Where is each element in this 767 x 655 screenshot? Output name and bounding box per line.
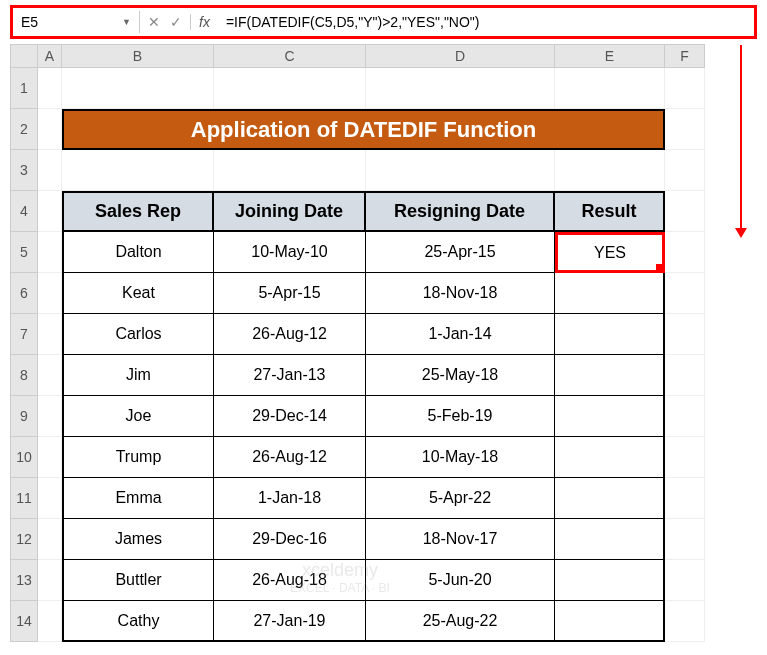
cell[interactable] — [38, 191, 62, 232]
cell[interactable] — [38, 478, 62, 519]
cell[interactable] — [665, 519, 705, 560]
cell-resigning[interactable]: 5-Apr-22 — [366, 478, 555, 519]
fx-icon[interactable]: fx — [191, 14, 218, 30]
cell-resigning[interactable]: 1-Jan-14 — [366, 314, 555, 355]
cell-resigning[interactable]: 10-May-18 — [366, 437, 555, 478]
cell-joining[interactable]: 29-Dec-16 — [214, 519, 366, 560]
cell[interactable] — [665, 478, 705, 519]
cell-joining[interactable]: 26-Aug-18 — [214, 560, 366, 601]
cell[interactable] — [214, 150, 366, 191]
cell-salesrep[interactable]: Keat — [62, 273, 214, 314]
cell[interactable] — [665, 601, 705, 642]
confirm-icon[interactable]: ✓ — [170, 14, 182, 30]
cell[interactable] — [665, 273, 705, 314]
cell[interactable] — [665, 232, 705, 273]
cell-joining[interactable]: 26-Aug-12 — [214, 437, 366, 478]
cell[interactable] — [214, 68, 366, 109]
row-header[interactable]: 3 — [10, 150, 38, 191]
cell[interactable] — [62, 150, 214, 191]
cell-result[interactable] — [555, 601, 665, 642]
row-header[interactable]: 7 — [10, 314, 38, 355]
cell-joining[interactable]: 27-Jan-19 — [214, 601, 366, 642]
col-header[interactable]: F — [665, 44, 705, 68]
col-header[interactable]: C — [214, 44, 366, 68]
cell[interactable] — [38, 150, 62, 191]
cell-result[interactable] — [555, 478, 665, 519]
cell[interactable] — [62, 68, 214, 109]
cell[interactable] — [366, 68, 555, 109]
cell-result[interactable] — [555, 355, 665, 396]
col-header[interactable]: D — [366, 44, 555, 68]
select-all-corner[interactable] — [10, 44, 38, 68]
cell-result[interactable] — [555, 437, 665, 478]
cell-resigning[interactable]: 5-Feb-19 — [366, 396, 555, 437]
cell-result[interactable] — [555, 314, 665, 355]
name-box[interactable]: E5 ▼ — [13, 11, 140, 33]
cell-salesrep[interactable]: Buttler — [62, 560, 214, 601]
cell[interactable] — [38, 273, 62, 314]
cell[interactable] — [665, 150, 705, 191]
row-header[interactable]: 14 — [10, 601, 38, 642]
cell-joining[interactable]: 10-May-10 — [214, 232, 366, 273]
cell-joining[interactable]: 29-Dec-14 — [214, 396, 366, 437]
row-header[interactable]: 2 — [10, 109, 38, 150]
row-header[interactable]: 5 — [10, 232, 38, 273]
cell-resigning[interactable]: 25-Aug-22 — [366, 601, 555, 642]
cancel-icon[interactable]: ✕ — [148, 14, 160, 30]
title-cell[interactable]: Application of DATEDIF Function — [62, 109, 665, 150]
header-cell-salesrep[interactable]: Sales Rep — [62, 191, 214, 232]
cell-result[interactable] — [555, 273, 665, 314]
row-header[interactable]: 13 — [10, 560, 38, 601]
header-cell-joining[interactable]: Joining Date — [214, 191, 366, 232]
cell[interactable] — [665, 560, 705, 601]
cell-result[interactable] — [555, 560, 665, 601]
cell[interactable] — [555, 68, 665, 109]
row-header[interactable]: 12 — [10, 519, 38, 560]
cell-salesrep[interactable]: Dalton — [62, 232, 214, 273]
cell-salesrep[interactable]: Joe — [62, 396, 214, 437]
cell[interactable] — [38, 560, 62, 601]
row-header[interactable]: 8 — [10, 355, 38, 396]
cell-salesrep[interactable]: Emma — [62, 478, 214, 519]
cell-joining[interactable]: 26-Aug-12 — [214, 314, 366, 355]
cell[interactable] — [665, 355, 705, 396]
chevron-down-icon[interactable]: ▼ — [122, 17, 131, 27]
cell-resigning[interactable]: 25-Apr-15 — [366, 232, 555, 273]
row-header[interactable]: 11 — [10, 478, 38, 519]
cell-result[interactable]: YES — [555, 232, 665, 273]
cell[interactable] — [665, 314, 705, 355]
cell-resigning[interactable]: 25-May-18 — [366, 355, 555, 396]
cell[interactable] — [665, 437, 705, 478]
cell[interactable] — [38, 109, 62, 150]
cell[interactable] — [38, 355, 62, 396]
header-cell-result[interactable]: Result — [555, 191, 665, 232]
cell-salesrep[interactable]: Trump — [62, 437, 214, 478]
cell[interactable] — [38, 68, 62, 109]
cell-salesrep[interactable]: Jim — [62, 355, 214, 396]
cell[interactable] — [38, 232, 62, 273]
row-header[interactable]: 6 — [10, 273, 38, 314]
cell[interactable] — [38, 396, 62, 437]
col-header[interactable]: E — [555, 44, 665, 68]
cell-result[interactable] — [555, 519, 665, 560]
col-header[interactable]: B — [62, 44, 214, 68]
cell-resigning[interactable]: 5-Jun-20 — [366, 560, 555, 601]
cell-resigning[interactable]: 18-Nov-17 — [366, 519, 555, 560]
cell-salesrep[interactable]: James — [62, 519, 214, 560]
cell-joining[interactable]: 1-Jan-18 — [214, 478, 366, 519]
cell[interactable] — [38, 519, 62, 560]
cell-salesrep[interactable]: Cathy — [62, 601, 214, 642]
row-header[interactable]: 1 — [10, 68, 38, 109]
cell-salesrep[interactable]: Carlos — [62, 314, 214, 355]
row-header[interactable]: 9 — [10, 396, 38, 437]
header-cell-resigning[interactable]: Resigning Date — [366, 191, 555, 232]
cell[interactable] — [38, 437, 62, 478]
cell-joining[interactable]: 5-Apr-15 — [214, 273, 366, 314]
cell-result[interactable] — [555, 396, 665, 437]
cell-joining[interactable]: 27-Jan-13 — [214, 355, 366, 396]
cell[interactable] — [665, 68, 705, 109]
cell[interactable] — [38, 314, 62, 355]
cell[interactable] — [665, 191, 705, 232]
cell-resigning[interactable]: 18-Nov-18 — [366, 273, 555, 314]
row-header[interactable]: 10 — [10, 437, 38, 478]
